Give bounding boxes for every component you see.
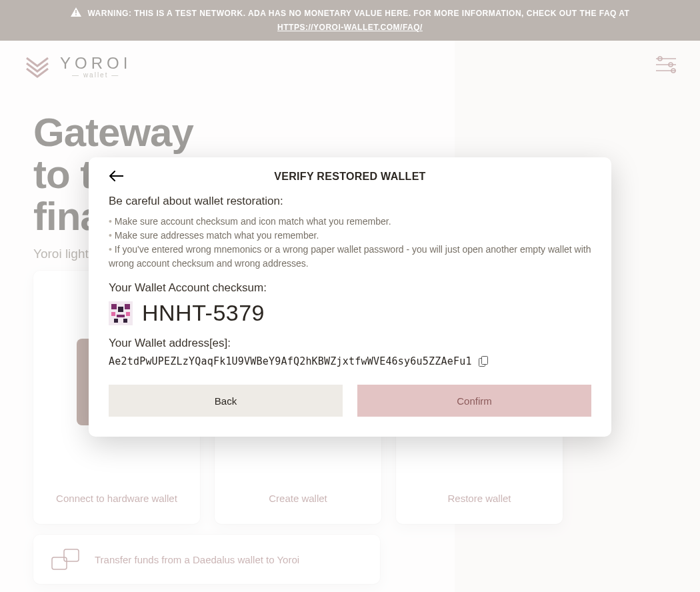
checksum-label: Your Wallet Account checksum: — [109, 281, 591, 295]
checksum-identicon-icon — [109, 301, 133, 325]
back-button[interactable]: Back — [109, 385, 343, 417]
care-bullet: Make sure account checksum and icon matc… — [109, 215, 591, 229]
modal-title: VERIFY RESTORED WALLET — [274, 171, 425, 183]
addr-value: Ae2tdPwUPEZLzYQaqFk1U9VWBeY9AfQ2hKBWZjxt… — [109, 355, 472, 367]
care-heading: Be careful about wallet restoration: — [109, 195, 591, 208]
svg-rect-16 — [117, 315, 125, 317]
addr-label: Your Wallet address[es]: — [109, 337, 591, 350]
svg-rect-13 — [118, 307, 123, 312]
checksum-value: HNHT-5379 — [142, 300, 265, 326]
care-bullet: Make sure addresses match what you remem… — [109, 229, 591, 243]
svg-rect-12 — [125, 304, 130, 309]
modal-backdrop: VERIFY RESTORED WALLET Be careful about … — [0, 0, 700, 592]
svg-rect-14 — [111, 312, 115, 316]
svg-rect-18 — [123, 319, 127, 323]
verify-restored-wallet-modal: VERIFY RESTORED WALLET Be careful about … — [89, 157, 611, 437]
svg-rect-20 — [481, 357, 487, 365]
addr-row: Ae2tdPwUPEZLzYQaqFk1U9VWBeY9AfQ2hKBWZjxt… — [109, 355, 591, 367]
svg-rect-11 — [111, 304, 117, 309]
care-bullet: If you've entered wrong mnemonics or a w… — [109, 243, 591, 271]
svg-rect-17 — [114, 319, 118, 323]
copy-icon[interactable] — [479, 356, 488, 367]
checksum-row: HNHT-5379 — [109, 300, 591, 326]
care-bullets: Make sure account checksum and icon matc… — [109, 215, 591, 271]
back-arrow-icon[interactable] — [109, 171, 123, 184]
confirm-button[interactable]: Confirm — [357, 385, 591, 417]
svg-rect-15 — [126, 312, 130, 316]
